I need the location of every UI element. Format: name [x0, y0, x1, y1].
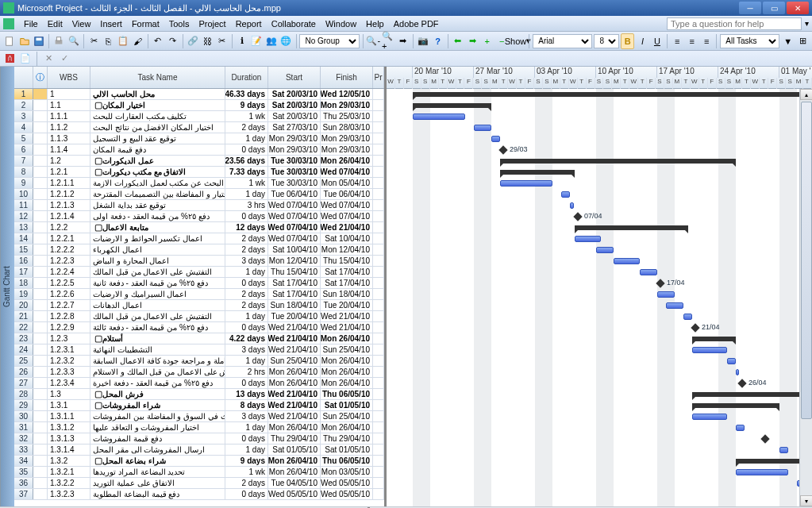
menu-tools[interactable]: Tools	[164, 17, 194, 30]
unlink-tasks-button[interactable]: ⛓	[201, 33, 214, 49]
task-bar[interactable]	[500, 180, 552, 187]
gantt-chart[interactable]: WTFSSMTWTFSSMTWTFSSMTWTFSSMTWTFSSMTWTFSS…	[384, 67, 812, 506]
menu-file[interactable]: File	[19, 17, 43, 30]
task-bar[interactable]	[570, 202, 574, 209]
menu-view[interactable]: View	[67, 17, 96, 30]
task-row[interactable]: 111.2.1.3توقيع عقد بداية الشغل3 hrsWed 0…	[14, 200, 384, 211]
select-all-cell[interactable]	[14, 67, 33, 88]
filter-select[interactable]: All Tasks	[720, 34, 779, 48]
summary-bar[interactable]	[413, 92, 812, 97]
split-task-button[interactable]: ✂	[215, 33, 228, 49]
zoom-in-button[interactable]: 🔍+	[382, 33, 394, 49]
menu-project[interactable]: Project	[194, 17, 230, 30]
milestone-icon[interactable]	[498, 145, 507, 154]
task-row[interactable]: 81.2.1الاتفاق مع مكتب ديكورات▢7.33 daysT…	[14, 167, 384, 178]
new-button[interactable]	[3, 33, 16, 49]
task-bar[interactable]	[692, 347, 727, 353]
outdent-button[interactable]: ⬅	[452, 33, 464, 49]
pdf-icon[interactable]: 🅰	[3, 52, 16, 65]
paste-button[interactable]: 📋	[117, 33, 129, 49]
task-bar[interactable]	[692, 414, 727, 420]
summary-bar[interactable]	[692, 403, 779, 408]
task-row[interactable]: 341.3.2شراء بضاعة المحل▢9 daysMon 26/04/…	[14, 456, 384, 467]
task-row[interactable]: 121.2.1.4دفع ٢٥% من قيمة العقد - دفعة او…	[14, 211, 384, 222]
task-row[interactable]: 191.2.2.6اعمال السيراميك و الارضيات2 day…	[14, 289, 384, 300]
menu-help[interactable]: Help	[361, 17, 389, 30]
milestone-icon[interactable]	[573, 212, 582, 221]
italic-button[interactable]: I	[636, 33, 648, 49]
task-row[interactable]: 321.3.1.3دفع قيمة المفروشات0 daysThu 29/…	[14, 433, 384, 444]
col-taskname[interactable]: Task Name	[90, 67, 225, 88]
summary-bar[interactable]	[500, 159, 736, 164]
link-tasks-button[interactable]: 🔗	[186, 33, 198, 49]
task-row[interactable]: 141.2.2.1اعمال تكسير الحوائط و الارضيات2…	[14, 233, 384, 244]
col-finish[interactable]: Finish	[321, 67, 373, 88]
task-row[interactable]: 291.3.1شراء المفروشات▢8 daysWed 21/04/10…	[14, 400, 384, 411]
task-bar[interactable]	[727, 358, 736, 364]
summary-bar[interactable]	[692, 337, 736, 341]
timescale[interactable]: WTFSSMTWTFSSMTWTFSSMTWTFSSMTWTFSSMTWTFSS…	[387, 67, 812, 89]
open-button[interactable]	[17, 33, 30, 49]
col-wbs[interactable]: WBS	[48, 67, 90, 88]
task-bar[interactable]	[640, 269, 657, 275]
view-bar-gantt[interactable]: Gantt Chart	[0, 67, 14, 506]
menu-window[interactable]: Window	[321, 17, 361, 30]
task-bar[interactable]	[474, 125, 491, 131]
save-button[interactable]	[33, 33, 45, 49]
task-row[interactable]: 41.1.2اختيار المكان الافضل من نتائج البح…	[14, 122, 384, 133]
task-row[interactable]: 311.3.1.2اختيار المفروشات و التعاقد عليه…	[14, 422, 384, 433]
task-bar[interactable]	[614, 258, 640, 264]
task-bar[interactable]	[657, 291, 675, 298]
task-row[interactable]: 71.2عمل الديكورات▢23.56 daysTue 30/03/10…	[14, 156, 384, 167]
task-row[interactable]: 371.3.2.3دفع قيمة البضاعة المطلوبة0 days…	[14, 489, 384, 500]
task-row[interactable]: 101.2.1.2الاختيار و المفاضلة بين التصميم…	[14, 189, 384, 200]
menu-edit[interactable]: Edit	[43, 17, 67, 30]
zoom-out-button[interactable]: 🔍-	[366, 33, 380, 49]
accept-icon[interactable]: ✓	[58, 52, 71, 65]
menu-insert[interactable]: Insert	[95, 17, 127, 30]
indent-button[interactable]: ➡	[466, 33, 479, 49]
cut-button[interactable]: ✂	[87, 33, 100, 49]
task-row[interactable]: 151.2.2.2اعمال الكهرباء2 daysSat 10/04/1…	[14, 244, 384, 256]
milestone-icon[interactable]	[656, 279, 664, 287]
align-center-button[interactable]: ≡	[685, 33, 698, 49]
gridlines-button[interactable]: ⊞	[796, 33, 809, 49]
task-row[interactable]: 271.2.3.4دفع ٢٥% من قيمة العقد - دفعة اخ…	[14, 378, 384, 389]
help-dropdown[interactable]: ▾	[805, 19, 809, 28]
summary-bar[interactable]	[413, 103, 491, 108]
summary-bar[interactable]	[575, 225, 688, 230]
print-button[interactable]	[52, 33, 65, 49]
task-bar[interactable]	[596, 247, 614, 253]
align-left-button[interactable]: ≡	[671, 33, 683, 49]
publish-button[interactable]: 🌐	[279, 33, 292, 49]
task-bar[interactable]	[736, 469, 788, 475]
task-row[interactable]: 231.2.3أستلام▢4.22 daysWed 21/04/10Mon 2…	[14, 333, 384, 344]
task-row[interactable]: 171.2.2.4التفتيش على الاعمال من قبل الما…	[14, 267, 384, 278]
pdf-convert-icon[interactable]: 📄	[19, 52, 32, 65]
task-row[interactable]: 281.3فرش المحل▢13 daysWed 21/04/10Thu 06…	[14, 389, 384, 400]
task-row[interactable]: 11محل الحاسب الالي46.33 daysSat 20/03/10…	[14, 89, 384, 100]
task-row[interactable]: 201.2.2.7اعمال الدهانات2 daysSun 18/04/1…	[14, 300, 384, 311]
show-subtasks-button[interactable]: +	[481, 33, 494, 49]
task-bar[interactable]	[575, 236, 601, 242]
menu-collaborate[interactable]: Collaborate	[267, 17, 321, 30]
task-row[interactable]: 61.1.4دفع قيمة المكان0 daysMon 29/03/10M…	[14, 144, 384, 156]
task-row[interactable]: 351.3.2.1تحديد البضاعة المراد توريدها1 w…	[14, 467, 384, 478]
task-bar[interactable]	[491, 136, 500, 142]
milestone-icon[interactable]	[760, 434, 769, 443]
vscroll-thumb[interactable]	[801, 102, 812, 419]
task-notes-button[interactable]: 📝	[250, 33, 263, 49]
task-row[interactable]: 221.2.2.9دفع ٢٥% من قيمة العقد - دفعة ثا…	[14, 322, 384, 333]
task-grid[interactable]: 11محل الحاسب الالي46.33 daysSat 20/03/10…	[14, 89, 384, 506]
task-row[interactable]: 261.2.3.3التفتيش على الاعمال من قبل الما…	[14, 367, 384, 378]
align-right-button[interactable]: ≡	[700, 33, 713, 49]
task-row[interactable]: 211.2.2.8التفتيش على الاعمال من قبل الما…	[14, 311, 384, 322]
task-bar[interactable]	[736, 369, 739, 375]
redo-button[interactable]: ↷	[166, 33, 179, 49]
task-row[interactable]: 301.3.1.1البحث في السوق و المفاضلة بين ا…	[14, 411, 384, 422]
help-button[interactable]: ?	[431, 33, 444, 49]
print-preview-button[interactable]: 🔍	[67, 33, 80, 49]
minimize-button[interactable]: ─	[739, 2, 761, 14]
font-name-select[interactable]: Arial	[533, 34, 592, 48]
task-row[interactable]: 31.1.1تكليف مكتب العقارات للبحث1 wkSat 2…	[14, 111, 384, 122]
